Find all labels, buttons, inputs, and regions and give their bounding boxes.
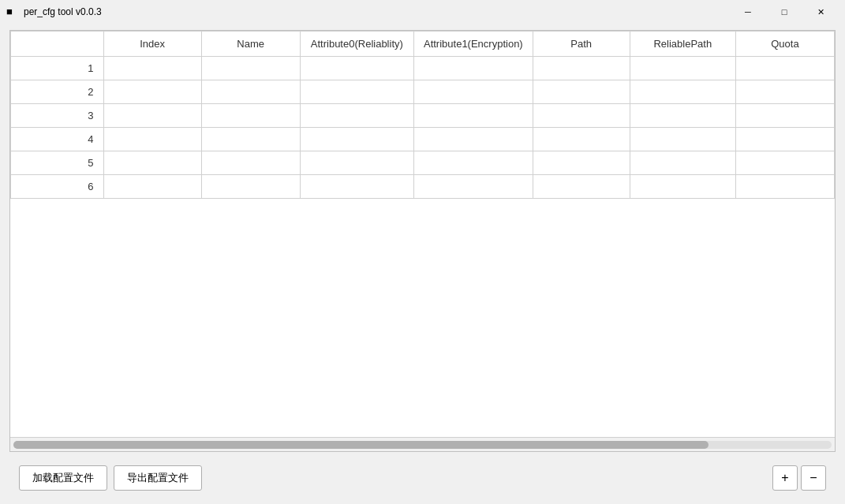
horizontal-scrollbar-thumb [13, 441, 709, 449]
cell-attribute1[interactable] [413, 128, 533, 151]
bottom-bar: 加载配置文件 导出配置文件 + − [9, 458, 836, 498]
row-number: 6 [11, 175, 104, 199]
cell-reliablepath[interactable] [630, 57, 735, 80]
col-header-index [11, 32, 104, 57]
cell-name[interactable] [201, 151, 300, 175]
window-title: per_cfg tool v0.0.3 [24, 6, 102, 17]
cell-attribute1[interactable] [413, 57, 533, 80]
row-number: 1 [11, 57, 104, 80]
cell-attribute0[interactable] [300, 57, 413, 80]
maximize-button[interactable]: □ [766, 0, 802, 24]
table-row[interactable]: 5 [11, 151, 835, 175]
cell-attribute0[interactable] [300, 175, 413, 199]
cell-attribute0[interactable] [300, 151, 413, 175]
col-header-attr1: Attribute1(Encryption) [413, 32, 533, 57]
cell-attribute0[interactable] [300, 128, 413, 151]
table-row[interactable]: 1 [11, 57, 835, 80]
table-row[interactable]: 3 [11, 104, 835, 128]
horizontal-scrollbar-row [10, 437, 835, 451]
cell-reliablepath[interactable] [630, 151, 735, 175]
cell-quota[interactable] [735, 151, 834, 175]
col-header-quota: Quota [735, 32, 834, 57]
cell-reliablepath[interactable] [630, 128, 735, 151]
cell-path[interactable] [533, 151, 630, 175]
cell-index[interactable] [103, 80, 201, 104]
row-number: 4 [11, 128, 104, 151]
cell-path[interactable] [533, 57, 630, 80]
cell-reliablepath[interactable] [630, 80, 735, 104]
cell-name[interactable] [201, 104, 300, 128]
bottom-bar-right: + − [772, 465, 826, 491]
cell-index[interactable] [103, 104, 201, 128]
table-container: Index Name Attribute0(Reliablity) Attrib… [9, 30, 836, 452]
cell-name[interactable] [201, 128, 300, 151]
cell-index[interactable] [103, 57, 201, 80]
cell-quota[interactable] [735, 57, 834, 80]
cell-name[interactable] [201, 175, 300, 199]
load-config-button[interactable]: 加载配置文件 [19, 465, 107, 491]
table-header-row: Index Name Attribute0(Reliablity) Attrib… [11, 32, 835, 57]
data-table: Index Name Attribute0(Reliablity) Attrib… [10, 31, 835, 199]
col-header-name: Name [201, 32, 300, 57]
cell-attribute1[interactable] [413, 175, 533, 199]
add-row-button[interactable]: + [772, 465, 798, 491]
cell-index[interactable] [103, 175, 201, 199]
row-number: 2 [11, 80, 104, 104]
cell-attribute0[interactable] [300, 80, 413, 104]
title-bar-left: ■ per_cfg tool v0.0.3 [6, 6, 102, 18]
table-scroll-area[interactable]: Index Name Attribute0(Reliablity) Attrib… [10, 31, 835, 437]
horizontal-scrollbar[interactable] [13, 441, 832, 449]
cell-reliablepath[interactable] [630, 104, 735, 128]
col-header-rpath: ReliablePath [630, 32, 735, 57]
title-bar: ■ per_cfg tool v0.0.3 ─ □ ✕ [0, 0, 845, 24]
app-icon: ■ [6, 6, 19, 18]
cell-attribute1[interactable] [413, 104, 533, 128]
cell-path[interactable] [533, 175, 630, 199]
col-header-path: Path [533, 32, 630, 57]
cell-index[interactable] [103, 128, 201, 151]
row-number: 5 [11, 151, 104, 175]
cell-quota[interactable] [735, 80, 834, 104]
cell-path[interactable] [533, 104, 630, 128]
main-content: Index Name Attribute0(Reliablity) Attrib… [0, 24, 845, 504]
row-number: 3 [11, 104, 104, 128]
cell-quota[interactable] [735, 104, 834, 128]
cell-reliablepath[interactable] [630, 175, 735, 199]
table-row[interactable]: 4 [11, 128, 835, 151]
close-button[interactable]: ✕ [802, 0, 839, 24]
cell-name[interactable] [201, 80, 300, 104]
main-window: ■ per_cfg tool v0.0.3 ─ □ ✕ Index Name A… [0, 0, 845, 504]
cell-attribute0[interactable] [300, 104, 413, 128]
table-row[interactable]: 2 [11, 80, 835, 104]
cell-index[interactable] [103, 151, 201, 175]
cell-path[interactable] [533, 128, 630, 151]
table-row[interactable]: 6 [11, 175, 835, 199]
cell-attribute1[interactable] [413, 80, 533, 104]
remove-row-button[interactable]: − [801, 465, 826, 491]
cell-quota[interactable] [735, 128, 834, 151]
cell-quota[interactable] [735, 175, 834, 199]
cell-path[interactable] [533, 80, 630, 104]
cell-attribute1[interactable] [413, 151, 533, 175]
title-bar-controls: ─ □ ✕ [730, 0, 839, 24]
col-header-attr0: Attribute0(Reliablity) [300, 32, 413, 57]
cell-name[interactable] [201, 57, 300, 80]
minimize-button[interactable]: ─ [730, 0, 766, 24]
export-config-button[interactable]: 导出配置文件 [114, 465, 202, 491]
col-header-index-label: Index [103, 32, 201, 57]
